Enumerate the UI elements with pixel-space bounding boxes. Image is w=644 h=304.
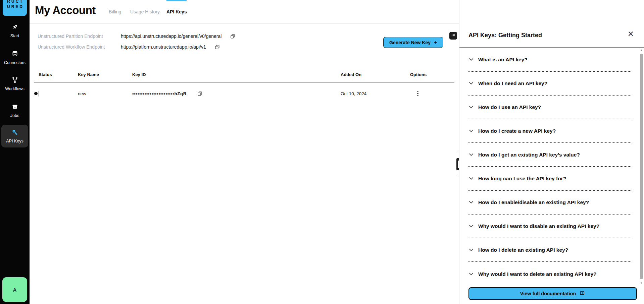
chevron-down-icon [468,153,474,157]
column-header-status: Status [39,72,78,77]
faq-question: How do I delete an existing API key? [478,247,568,253]
chevron-down-icon [468,200,474,204]
column-header-key-id: Key ID [132,72,341,77]
sidebar-item-label: Workflows [5,86,24,91]
endpoint-value: https://platform.unstructuredapp.io/api/… [121,44,206,50]
faq-item[interactable]: When do I need an API key? [468,72,631,96]
plus-icon: + [434,39,437,46]
page-header: My Account Billing Usage History API Key… [30,0,459,23]
chevron-down-icon [468,177,474,180]
key-icon [11,129,18,137]
faq-item[interactable]: Why would I want to disable an existing … [468,215,631,238]
arrow-to-bar-icon [451,33,456,39]
faq-question: How do I get an existing API key’s value… [478,152,580,158]
faq-question: Why would I want to disable an existing … [478,223,599,229]
unstructured-logo[interactable]: UNST RUCT URED [3,0,27,16]
faq-item[interactable]: What is an API key? [468,48,631,72]
faq-item[interactable]: How do I enable/disable an existing API … [468,191,631,215]
chevron-down-icon [468,224,474,228]
main-content: My Account Billing Usage History API Key… [30,0,459,304]
endpoints-section: Unstructured Partition Endpoint https://… [38,31,235,52]
chevron-down-icon [468,129,474,133]
sidebar-item-workflows[interactable]: Workflows [0,76,30,91]
workflow-endpoint-row: Unstructured Workflow Endpoint https://p… [38,42,235,52]
help-panel-title: API Keys: Getting Started [468,32,542,39]
faq-list: What is an API key? When do I need an AP… [468,48,631,286]
faq-item[interactable]: How do I delete an existing API key? [468,238,631,262]
sidebar-item-start[interactable]: Start [0,23,30,38]
faq-scroll-area: What is an API key? When do I need an AP… [459,48,644,286]
column-header-key-name: Key Name [78,72,132,77]
sidebar-item-label: Jobs [10,113,19,118]
key-id-masked: ••••••••••••••••••••••••hZqR [132,91,187,96]
api-keys-table: Status Key Name Key ID Added On Options … [34,67,454,105]
avatar-letter: A [13,287,17,293]
copy-icon[interactable] [215,45,220,50]
faq-item[interactable]: How do I use an API key? [468,96,631,119]
copy-icon[interactable] [197,91,202,96]
faq-item[interactable]: How do I get an existing API key’s value… [468,143,631,167]
sidebar-item-label: API Keys [6,139,23,143]
close-icon[interactable]: ✕ [628,30,634,38]
account-avatar[interactable]: A [2,277,27,302]
faq-item[interactable]: How do I create a new API key? [468,119,631,143]
faq-question: How do I create a new API key? [478,128,556,134]
generate-new-key-label: Generate New Key [389,40,431,45]
faq-question: How do I use an API key? [478,104,541,110]
toggle-knob [34,91,38,96]
rocket-icon [11,23,18,32]
added-on-cell: Oct 10, 2024 [341,91,410,96]
chevron-down-icon [468,58,474,61]
scrollbar-up-arrow[interactable]: ▲ [639,49,643,52]
table-row: new ••••••••••••••••••••••••hZqR Oct 10,… [34,82,454,105]
column-header-added-on: Added On [341,72,410,77]
page-title: My Account [35,4,96,17]
column-header-options: Options [410,72,454,77]
partition-endpoint-row: Unstructured Partition Endpoint https://… [38,31,235,42]
endpoint-label: Unstructured Workflow Endpoint [38,44,121,50]
panel-scrollbar: ▲ ▼ [639,49,643,285]
chevron-down-icon [468,81,474,85]
view-full-documentation-button[interactable]: View full documentation [468,287,637,300]
sidebar-item-api-keys[interactable]: API Keys [1,125,28,147]
table-header-row: Status Key Name Key ID Added On Options [34,67,454,82]
faq-question: When do I need an API key? [478,80,547,86]
row-options-menu-icon[interactable] [415,91,420,96]
chevron-down-icon [468,248,474,252]
endpoint-label: Unstructured Partition Endpoint [38,34,121,39]
faq-question: Why would I want to delete an existing A… [478,271,597,277]
database-icon [11,50,18,58]
logo-line: URED [6,4,24,9]
key-name-cell: new [78,91,132,96]
logo-line: RUCT [6,0,23,4]
chevron-down-icon [468,272,474,276]
chevron-down-icon [468,105,474,109]
copy-icon[interactable] [230,34,235,39]
jobs-box-icon [11,103,18,111]
view-full-documentation-label: View full documentation [520,291,576,296]
tab-usage-history[interactable]: Usage History [130,0,160,23]
faq-item[interactable]: How long can I use the API key for? [468,167,631,191]
faq-question: What is an API key? [478,57,528,63]
scrollbar-down-arrow[interactable]: ▼ [639,282,643,285]
faq-question: How long can I use the API key for? [478,176,566,182]
scrollbar-thumb[interactable] [640,54,643,279]
key-status-toggle[interactable] [39,91,39,97]
collapse-panel-button[interactable] [449,32,457,40]
sidebar-item-jobs[interactable]: Jobs [0,103,30,118]
faq-question: How do I enable/disable an existing API … [478,199,589,205]
faq-item[interactable]: Why would I want to delete an existing A… [468,262,631,286]
endpoint-value: https://api.unstructuredapp.io/general/v… [121,34,221,39]
sidebar-item-label: Start [10,34,19,38]
help-panel: API Keys: Getting Started ✕ What is an A… [459,0,644,304]
sidebar-item-connectors[interactable]: Connectors [0,50,30,65]
tab-billing[interactable]: Billing [109,0,121,23]
workflow-icon [11,76,18,84]
sidebar-item-label: Connectors [4,60,26,65]
generate-new-key-button[interactable]: Generate New Key + [383,37,443,48]
open-book-icon [579,290,585,297]
sidebar: UNST RUCT URED Start Connectors [0,0,30,304]
tab-api-keys[interactable]: API Keys [166,0,187,23]
active-tab-indicator [166,0,187,1]
